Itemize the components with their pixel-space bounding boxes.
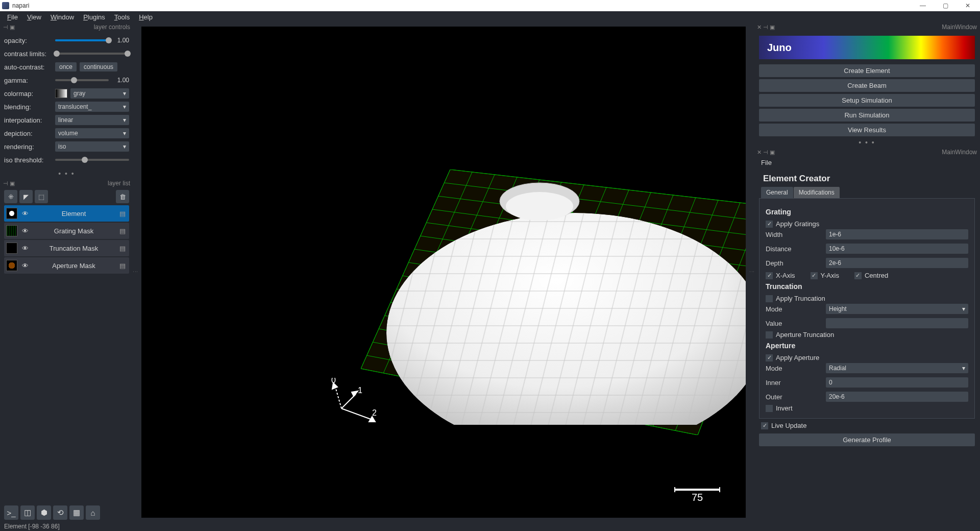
trunc-value-label: Value <box>766 320 826 327</box>
layer-config-icon[interactable]: ▤ <box>118 262 127 270</box>
dock-title: MainWindow <box>942 23 977 31</box>
tab-modifications[interactable]: Modifications <box>794 187 840 198</box>
grid-button[interactable]: ▦ <box>69 505 84 520</box>
tab-general[interactable]: General <box>761 187 793 198</box>
apply-truncation-checkbox[interactable]: Apply Truncation <box>766 295 968 302</box>
splitter-left[interactable]: ⋮ <box>133 22 137 522</box>
distance-input[interactable]: 10e-6 <box>826 244 968 254</box>
colormap-label: colormap: <box>4 90 55 98</box>
depiction-select[interactable]: volume▾ <box>55 128 129 138</box>
statusbar: Element [-98 -36 86] <box>0 522 980 531</box>
layer-thumb <box>6 225 17 236</box>
inner-input[interactable]: 0 <box>826 377 968 388</box>
shapes-tool-button[interactable]: ◤ <box>19 190 33 203</box>
canvas-viewport[interactable]: 0 1 2 75 <box>141 27 746 518</box>
app-icon <box>2 2 9 9</box>
colormap-swatch[interactable] <box>55 89 67 98</box>
element-creator-title: Element Creator <box>763 174 980 184</box>
labels-tool-button[interactable]: ⬚ <box>35 190 48 203</box>
juno-banner: Juno <box>759 36 975 59</box>
maximize-button[interactable]: ▢ <box>935 1 955 11</box>
depth-input[interactable]: 2e-6 <box>826 258 968 268</box>
layer-name: Aperture Mask <box>33 262 115 270</box>
menu-window[interactable]: Window <box>46 12 78 22</box>
close-button[interactable]: ✕ <box>958 1 978 11</box>
yaxis-checkbox[interactable]: ✓Y-Axis <box>811 272 839 279</box>
live-update-checkbox[interactable]: ✓Live Update <box>754 419 980 432</box>
layer-thumb <box>6 260 17 271</box>
splitter-right[interactable]: ⋮ <box>750 22 754 522</box>
modifications-panel: Grating ✓Apply Gratings Width1e-6 Distan… <box>759 198 975 419</box>
truncation-heading: Truncation <box>766 282 968 291</box>
autocontrast-once-button[interactable]: once <box>55 62 77 71</box>
aperture-mode-select[interactable]: Radial▾ <box>826 363 968 373</box>
scale-bar: 75 <box>674 489 720 503</box>
colormap-select[interactable]: gray▾ <box>70 88 129 99</box>
minimize-button[interactable]: — <box>913 1 933 11</box>
run-simulation-button[interactable]: Run Simulation <box>759 109 975 122</box>
svg-text:0: 0 <box>331 378 336 384</box>
blending-label: blending: <box>4 103 55 111</box>
centred-checkbox[interactable]: ✓Centred <box>854 272 888 279</box>
opacity-value: 1.00 <box>112 37 129 44</box>
dock-float-icon[interactable]: ⊣ ▣ <box>3 180 15 187</box>
trunc-mode-select[interactable]: Height▾ <box>826 304 968 314</box>
setup-simulation-button[interactable]: Setup Simulation <box>759 94 975 107</box>
layer-item-grating-mask[interactable]: 👁 Grating Mask ▤ <box>4 223 129 239</box>
layer-config-icon[interactable]: ▤ <box>118 245 127 252</box>
width-input[interactable]: 1e-6 <box>826 229 968 239</box>
create-beam-button[interactable]: Create Beam <box>759 79 975 92</box>
iso-slider[interactable] <box>55 159 129 161</box>
file-menu[interactable]: File <box>754 157 980 168</box>
aperture-truncation-checkbox[interactable]: Aperture Truncation <box>766 331 968 339</box>
menu-view[interactable]: View <box>23 12 45 22</box>
contrast-slider[interactable] <box>55 53 129 55</box>
gamma-slider[interactable] <box>55 79 109 81</box>
home-button[interactable]: ⌂ <box>86 505 100 520</box>
layer-config-icon[interactable]: ▤ <box>118 210 127 218</box>
autocontrast-continuous-button[interactable]: continuous <box>80 62 117 71</box>
window-titlebar: napari — ▢ ✕ <box>0 0 980 11</box>
dock-icons[interactable]: ✕ ⊣ ▣ <box>757 149 775 156</box>
visibility-toggle-icon[interactable]: 👁 <box>20 262 30 270</box>
menu-plugins[interactable]: Plugins <box>79 12 109 22</box>
ndisplay-button[interactable]: ◫ <box>20 505 35 520</box>
layer-controls-panel: opacity: 1.00 contrast limits: auto-cont… <box>0 32 133 168</box>
opacity-slider[interactable] <box>55 39 109 41</box>
panel-resize-handle[interactable]: • • • <box>0 168 133 179</box>
dock-float-icon[interactable]: ⊣ ▣ <box>3 24 15 31</box>
layer-item-aperture-mask[interactable]: 👁 Aperture Mask ▤ <box>4 257 129 274</box>
visibility-toggle-icon[interactable]: 👁 <box>20 210 30 218</box>
dock-icons[interactable]: ✕ ⊣ ▣ <box>757 24 775 31</box>
apply-gratings-checkbox[interactable]: ✓Apply Gratings <box>766 220 968 228</box>
rendering-label: rendering: <box>4 143 55 151</box>
grating-heading: Grating <box>766 208 968 216</box>
points-tool-button[interactable]: ⁜ <box>4 190 17 203</box>
interpolation-select[interactable]: linear▾ <box>55 115 129 125</box>
blending-select[interactable]: translucent_▾ <box>55 102 129 112</box>
invert-checkbox[interactable]: Invert <box>766 404 968 412</box>
menu-help[interactable]: Help <box>135 12 157 22</box>
trunc-value-input[interactable] <box>826 318 968 328</box>
layer-item-element[interactable]: 👁 Element ▤ <box>4 205 129 222</box>
svg-point-38 <box>506 192 573 221</box>
menu-tools[interactable]: Tools <box>110 12 134 22</box>
xaxis-checkbox[interactable]: ✓X-Axis <box>766 272 795 279</box>
delete-layer-button[interactable]: 🗑 <box>116 190 129 203</box>
view3d-button[interactable]: ⬢ <box>37 505 51 520</box>
visibility-toggle-icon[interactable]: 👁 <box>20 245 30 252</box>
layer-thumb <box>6 243 17 254</box>
console-button[interactable]: >_ <box>4 505 18 520</box>
apply-aperture-checkbox[interactable]: ✓Apply Aperture <box>766 354 968 361</box>
visibility-toggle-icon[interactable]: 👁 <box>20 227 30 235</box>
menu-file[interactable]: File <box>3 12 22 22</box>
create-element-button[interactable]: Create Element <box>759 64 975 77</box>
panel-resize-handle[interactable]: • • • <box>754 137 980 148</box>
view-results-button[interactable]: View Results <box>759 124 975 136</box>
rendering-select[interactable]: iso▾ <box>55 141 129 152</box>
generate-profile-button[interactable]: Generate Profile <box>759 433 975 446</box>
layer-item-truncation-mask[interactable]: 👁 Truncation Mask ▤ <box>4 240 129 256</box>
layer-config-icon[interactable]: ▤ <box>118 227 127 235</box>
outer-input[interactable]: 20e-6 <box>826 392 968 402</box>
roll-button[interactable]: ⟲ <box>53 505 67 520</box>
